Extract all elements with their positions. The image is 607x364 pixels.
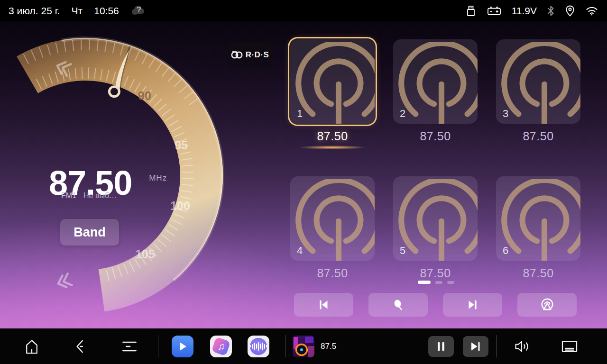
music-app-button[interactable]: ♫ bbox=[210, 336, 232, 357]
now-playing-frequency: 87.5 bbox=[321, 342, 336, 351]
preset-frequency: 87.50 bbox=[496, 266, 580, 280]
display-off-button[interactable] bbox=[561, 339, 578, 354]
band-info-row: FM1 Не выб… bbox=[61, 191, 117, 200]
status-bar: 3 июл. 25 г. Чт 10:56 ? bbox=[0, 0, 607, 21]
preset-frequency: 87.50 bbox=[290, 266, 375, 280]
home-button[interactable] bbox=[24, 338, 40, 355]
next-track-button[interactable] bbox=[463, 336, 488, 357]
preset-cell-5[interactable]: 5 87.50 bbox=[393, 176, 478, 280]
dial-label-95: 95 bbox=[175, 138, 188, 152]
skip-next-icon bbox=[470, 341, 481, 352]
bottom-nav-bar: ♫ 87.5 bbox=[0, 328, 607, 364]
preset-cell-1[interactable]: 1 87.50 bbox=[290, 39, 375, 150]
volume-button[interactable] bbox=[513, 339, 531, 354]
rds-logo-icon bbox=[230, 50, 244, 60]
rds-label: R·D·S bbox=[246, 50, 269, 60]
dial-label-100: 100 bbox=[170, 199, 190, 212]
battery-icon bbox=[487, 5, 502, 17]
page-dot-2[interactable] bbox=[435, 281, 442, 284]
band-button[interactable]: Band bbox=[60, 219, 119, 246]
preset-cell-6[interactable]: 6 87.50 bbox=[496, 176, 580, 280]
nav-divider bbox=[496, 335, 497, 357]
current-band: FM1 bbox=[61, 191, 76, 200]
video-app-button[interactable] bbox=[172, 336, 193, 357]
status-day: Чт bbox=[72, 5, 83, 17]
radio-app-main: 90 95 100 105 87.50 MHz FM1 bbox=[0, 21, 607, 328]
recents-button[interactable] bbox=[121, 340, 138, 353]
recents-icon bbox=[121, 340, 138, 353]
preset-frequency: 87.50 bbox=[496, 129, 580, 143]
selected-glow-underline bbox=[293, 145, 372, 150]
frequency-unit: MHz bbox=[149, 161, 167, 196]
seek-up-chevron-icon[interactable] bbox=[56, 273, 72, 289]
page-dot-3[interactable] bbox=[447, 281, 454, 284]
back-button[interactable] bbox=[74, 339, 87, 354]
dial-label-105: 105 bbox=[135, 247, 155, 261]
preset-number: 6 bbox=[503, 245, 508, 257]
preset-cell-3[interactable]: 3 87.50 bbox=[496, 39, 580, 150]
preset-tile[interactable]: 6 bbox=[496, 176, 580, 261]
rds-badge: R·D·S bbox=[227, 42, 272, 68]
broadcast-antenna-icon bbox=[290, 42, 375, 124]
preset-tile[interactable]: 2 bbox=[393, 39, 478, 124]
page-dot-1[interactable] bbox=[418, 281, 431, 284]
status-date: 3 июл. 25 г. bbox=[9, 5, 60, 17]
now-playing-thumbnail[interactable] bbox=[293, 336, 314, 357]
preset-page-dots bbox=[290, 281, 581, 284]
dial-label-90: 90 bbox=[138, 89, 151, 102]
status-time: 10:56 bbox=[94, 5, 119, 17]
preset-number: 5 bbox=[400, 245, 405, 257]
preset-frequency: 87.50 bbox=[393, 129, 478, 143]
preset-cell-2[interactable]: 2 87.50 bbox=[393, 39, 478, 150]
station-name: Не выб… bbox=[83, 191, 117, 200]
usb-icon bbox=[465, 5, 477, 17]
preset-tile[interactable]: 4 bbox=[290, 176, 375, 261]
broadcast-tower-button[interactable] bbox=[517, 293, 577, 317]
scan-button[interactable] bbox=[368, 293, 428, 317]
equalizer-app-button[interactable] bbox=[248, 336, 269, 357]
location-icon bbox=[565, 5, 575, 17]
head-unit-screen: 3 июл. 25 г. Чт 10:56 ? bbox=[0, 0, 607, 364]
search-icon bbox=[392, 299, 405, 311]
pause-button[interactable] bbox=[428, 336, 454, 357]
preset-tile[interactable]: 1 bbox=[290, 39, 375, 124]
preset-number: 3 bbox=[503, 108, 508, 120]
preset-tile[interactable]: 5 bbox=[393, 176, 478, 261]
preset-cell-4[interactable]: 4 87.50 bbox=[290, 176, 375, 280]
album-art bbox=[293, 336, 314, 357]
next-station-button[interactable] bbox=[443, 293, 502, 317]
preset-frequency: 87.50 bbox=[290, 129, 375, 143]
back-icon bbox=[74, 339, 87, 354]
band-button-label: Band bbox=[74, 225, 106, 240]
broadcast-antenna-icon bbox=[496, 42, 580, 124]
preset-frequency: 87.50 bbox=[393, 266, 478, 280]
preset-number: 4 bbox=[297, 245, 303, 257]
pause-icon bbox=[437, 341, 445, 352]
skip-next-icon bbox=[466, 299, 479, 311]
tuner-controls bbox=[290, 293, 577, 317]
preset-number: 2 bbox=[400, 108, 405, 120]
music-note-icon: ♫ bbox=[217, 341, 225, 352]
broadcast-antenna-icon bbox=[393, 42, 478, 124]
nav-divider bbox=[285, 335, 285, 357]
wifi-icon bbox=[585, 6, 598, 16]
preset-number: 1 bbox=[297, 108, 303, 120]
broadcast-antenna-icon bbox=[496, 179, 580, 261]
display-icon bbox=[561, 339, 578, 354]
waveform-icon bbox=[250, 338, 267, 355]
skip-previous-icon bbox=[317, 299, 330, 311]
nav-divider bbox=[158, 335, 158, 357]
preset-tile[interactable]: 3 bbox=[496, 39, 580, 124]
broadcast-antenna-icon bbox=[290, 179, 375, 261]
bluetooth-icon bbox=[547, 5, 555, 17]
home-icon bbox=[24, 338, 40, 355]
weather-question-mark: ? bbox=[137, 5, 141, 15]
broadcast-antenna-icon bbox=[393, 179, 478, 261]
play-icon bbox=[178, 341, 187, 352]
weather-widget[interactable]: ? bbox=[130, 4, 147, 18]
preset-grid: 1 87.50 2 87.50 bbox=[290, 39, 581, 280]
voltage-readout: 11.9V bbox=[512, 5, 537, 17]
previous-station-button[interactable] bbox=[294, 293, 353, 317]
volume-icon bbox=[513, 339, 531, 354]
broadcast-tower-icon bbox=[540, 298, 554, 312]
